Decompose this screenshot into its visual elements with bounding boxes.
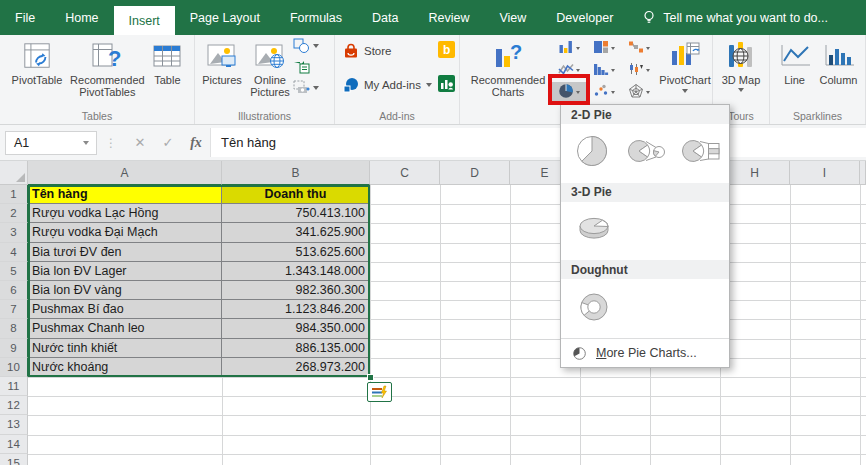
more-pie-charts-item[interactable]: More Pie Charts... xyxy=(561,338,729,367)
shapes-button[interactable] xyxy=(293,38,319,53)
row-header-11[interactable]: 11 xyxy=(0,377,28,396)
enter-button[interactable]: ✓ xyxy=(154,135,182,150)
insert-stock-chart-button[interactable] xyxy=(622,60,656,81)
worksheet-grid[interactable]: ABCDEFGHI 123456789101112131415 Tên hàng… xyxy=(0,161,866,465)
insert-scatter-chart-button[interactable] xyxy=(587,82,621,103)
cell-A5[interactable]: Bia lon ĐV Lager xyxy=(28,262,222,281)
pie-3d-chart-option[interactable] xyxy=(571,209,617,253)
name-box-value: A1 xyxy=(14,136,29,150)
column-header-partial[interactable] xyxy=(860,161,866,185)
cell-B6[interactable]: 982.360.300 xyxy=(222,281,370,300)
formula-input[interactable]: Tên hàng xyxy=(210,128,866,157)
tab-file[interactable]: File xyxy=(0,0,50,35)
recommended-charts-button[interactable]: ? Recommended Charts xyxy=(466,35,550,99)
row-header-9[interactable]: 9 xyxy=(0,339,28,358)
cell-A3[interactable]: Rượu vodka Đại Mạch xyxy=(28,223,222,242)
svg-text:?: ? xyxy=(510,41,522,63)
insert-treemap-chart-button[interactable] xyxy=(587,38,621,59)
column-header-c[interactable]: C xyxy=(370,161,440,185)
pie-of-pie-chart-option[interactable] xyxy=(626,131,668,175)
my-addins-button[interactable]: My Add-ins xyxy=(343,77,432,93)
tell-me-box[interactable]: Tell me what you want to do... xyxy=(642,0,828,35)
row-header-4[interactable]: 4 xyxy=(0,243,28,262)
cell-B5[interactable]: 1.343.148.000 xyxy=(222,262,370,281)
cell-A1[interactable]: Tên hàng xyxy=(28,185,222,204)
formula-bar-divider: ⋮ xyxy=(105,136,118,150)
cell-B8[interactable]: 984.350.000 xyxy=(222,319,370,338)
waterfall-chart-icon xyxy=(628,39,644,59)
column-header-d[interactable]: D xyxy=(440,161,510,185)
pictures-button[interactable]: Pictures xyxy=(199,35,245,86)
row-header-14[interactable]: 14 xyxy=(0,435,28,454)
insert-histogram-chart-button[interactable] xyxy=(587,60,621,81)
doughnut-chart-option[interactable] xyxy=(571,287,617,331)
menu-section-items xyxy=(561,202,729,261)
pivotchart-button[interactable]: PivotChart xyxy=(660,35,710,93)
row-header-5[interactable]: 5 xyxy=(0,262,28,281)
name-box[interactable]: A1 xyxy=(5,131,97,155)
tab-formulas[interactable]: Formulas xyxy=(275,0,357,35)
row-header-1[interactable]: 1 xyxy=(0,185,28,204)
row-header-6[interactable]: 6 xyxy=(0,281,28,300)
online-pictures-icon xyxy=(254,38,286,74)
cell-A7[interactable]: Pushmax Bí đao xyxy=(28,300,222,319)
cell-A2[interactable]: Rượu vodka Lạc Hồng xyxy=(28,204,222,223)
tab-page-layout[interactable]: Page Layout xyxy=(175,0,275,35)
pie-chart-option[interactable] xyxy=(571,131,613,175)
svg-text:?: ? xyxy=(108,46,121,71)
insert-waterfall-chart-button[interactable] xyxy=(622,38,656,59)
quick-analysis-button[interactable] xyxy=(367,382,392,402)
cell-B7[interactable]: 1.123.846.200 xyxy=(222,300,370,319)
cell-A9[interactable]: Nước tinh khiết xyxy=(28,339,222,358)
row-header-2[interactable]: 2 xyxy=(0,204,28,223)
cell-B1[interactable]: Doanh thu xyxy=(222,185,370,204)
pivottable-icon xyxy=(22,38,52,74)
bar-of-pie-chart-option[interactable] xyxy=(681,131,723,175)
insert-line-chart-button[interactable] xyxy=(552,60,586,81)
row-header-10[interactable]: 10 xyxy=(0,358,28,377)
menu-section-items xyxy=(561,124,729,183)
bing-maps-button[interactable]: b xyxy=(438,41,455,62)
insert-function-button[interactable]: fx xyxy=(182,135,210,151)
cell-A4[interactable]: Bia tươi ĐV đen xyxy=(28,243,222,262)
row-header-12[interactable]: 12 xyxy=(0,396,28,415)
row-header-3[interactable]: 3 xyxy=(0,223,28,242)
screenshot-button[interactable] xyxy=(293,80,319,95)
column-header-i[interactable]: I xyxy=(790,161,860,185)
cell-B9[interactable]: 886.135.000 xyxy=(222,339,370,358)
column-header-b[interactable]: B xyxy=(222,161,370,185)
smartart-button[interactable] xyxy=(293,59,319,74)
row-header-13[interactable]: 13 xyxy=(0,415,28,434)
tab-data[interactable]: Data xyxy=(357,0,413,35)
fill-handle[interactable] xyxy=(367,374,374,381)
tab-home[interactable]: Home xyxy=(50,0,113,35)
insert-column-chart-button[interactable] xyxy=(552,38,586,59)
column-header-a[interactable]: A xyxy=(28,161,222,185)
tab-view[interactable]: View xyxy=(484,0,541,35)
insert-radar-chart-button[interactable] xyxy=(622,82,656,103)
tab-developer[interactable]: Developer xyxy=(541,0,628,35)
column-header-h[interactable]: H xyxy=(720,161,790,185)
online-pictures-label: Online Pictures xyxy=(247,74,293,99)
cell-A8[interactable]: Pushmax Chanh leo xyxy=(28,319,222,338)
pie-chart-icon xyxy=(558,83,574,103)
cell-B2[interactable]: 750.413.100 xyxy=(222,204,370,223)
cell-B10[interactable]: 268.973.200 xyxy=(222,358,370,377)
cell-B4[interactable]: 513.625.600 xyxy=(222,243,370,262)
select-all-corner[interactable] xyxy=(0,161,28,185)
store-button[interactable]: Store xyxy=(343,43,392,59)
cancel-button[interactable]: ✕ xyxy=(126,135,154,150)
cell-A6[interactable]: Bia lon ĐV vàng xyxy=(28,281,222,300)
tab-insert[interactable]: Insert xyxy=(114,6,175,35)
name-box-dropdown-icon[interactable] xyxy=(83,141,89,145)
row-header-7[interactable]: 7 xyxy=(0,300,28,319)
tables-group-label: Tables xyxy=(0,110,194,122)
people-graph-button[interactable] xyxy=(438,75,455,96)
insert-pie-chart-button[interactable] xyxy=(552,82,586,103)
cell-B3[interactable]: 341.625.900 xyxy=(222,223,370,242)
row-header-15[interactable]: 15 xyxy=(0,454,28,465)
cell-A10[interactable]: Nước khoáng xyxy=(28,358,222,377)
online-pictures-button[interactable]: Online Pictures xyxy=(247,35,293,99)
row-header-8[interactable]: 8 xyxy=(0,319,28,338)
tab-review[interactable]: Review xyxy=(413,0,484,35)
